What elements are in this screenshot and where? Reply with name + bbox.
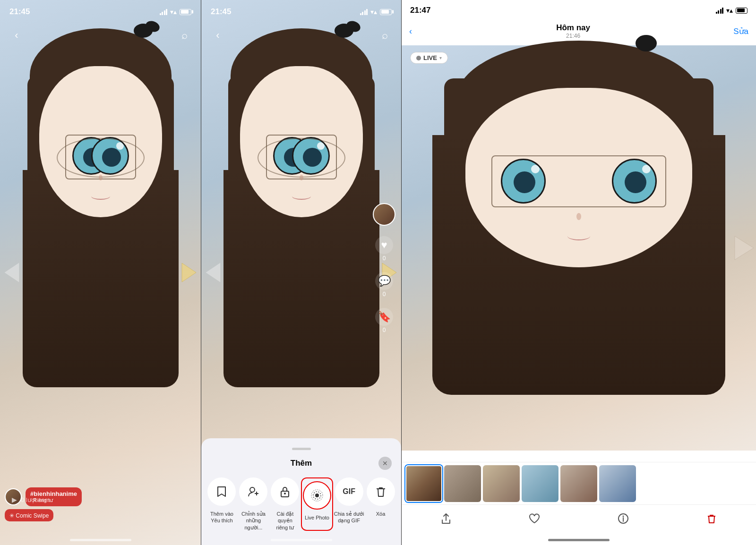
wifi-icon: ▾▴ [170,8,177,16]
favorites-icon [207,477,236,506]
sheet-items: Thêm vàoYêu thích Chỉnh sửanhững người..… [201,477,401,531]
ios-nav-subtitle: 21:46 [566,33,580,39]
battery-icon [180,9,191,15]
privacy-icon [271,477,299,506]
ios-nav-bar: ‹ Hôm nay 21:46 Sửa [402,21,756,42]
photo-main-right [402,45,756,451]
favorite-button[interactable] [524,510,545,531]
next-arrow-left[interactable] [177,261,201,284]
svg-marker-0 [5,263,19,282]
middle-panel: 21:45 ▾▴ ‹ ⌕ [201,0,402,545]
favorites-label: Thêm vàoYêu thích [210,511,233,524]
privacy-label: Cài đặt quyềnriêng tư [269,511,301,531]
wifi-icon-mid: ▾▴ [370,8,377,16]
ios-signal-icon [716,7,724,14]
status-bar-left: 21:45 ▾▴ [0,0,201,24]
sheet-item-live-photo[interactable]: Live Photo [301,477,333,531]
live-text: LIVE [423,54,437,61]
delete-icon-sheet [367,477,395,506]
edit-people-label: Chỉnh sửanhững người... [238,511,269,531]
right-panel: 21:47 ▾▴ ‹ Hôm nay 21:46 Sửa [402,0,756,545]
prev-arrow-mid[interactable] [201,261,225,284]
back-button-left[interactable]: ‹ [7,26,26,45]
bookmark-icon-mid: 🔖 [375,308,393,326]
bottom-info-left: #bienhinhanime · Riêng tư ✳ Comic Swipe … [5,487,168,521]
bookmark-count: 0 [383,327,386,333]
svg-marker-2 [206,263,220,282]
thumb-2[interactable] [444,465,481,502]
thumb-4[interactable] [522,465,558,502]
gif-icon: GIF [335,477,363,506]
svg-point-9 [315,494,319,497]
svg-marker-1 [182,263,196,282]
ios-back-chevron: ‹ [409,26,412,36]
right-actions-mid: ♥ 0 💬 0 🔖 0 [373,203,395,333]
home-indicator-mid [271,539,332,541]
comment-button[interactable]: 💬 0 [375,272,393,298]
sheet-item-favorites[interactable]: Thêm vàoYêu thích [206,477,238,531]
ios-status-icons: ▾▴ [716,7,748,14]
share-icon [440,512,452,528]
like-count: 0 [383,255,386,262]
live-dot-icon [416,56,421,60]
ios-wifi-icon: ▾▴ [726,7,733,14]
thumb-6[interactable] [599,465,636,502]
next-arrow-right[interactable] [732,236,756,260]
back-button-mid[interactable]: ‹ [208,26,227,45]
play-icon: ▶ [12,496,17,503]
svg-point-4 [250,487,255,492]
tag-row: ✳ Comic Swipe [5,509,53,521]
anime-character-mid [221,28,382,387]
creator-avatar[interactable] [373,203,395,226]
live-badge[interactable]: LIVE ▾ [410,52,448,64]
signal-icon [160,9,168,15]
comment-icon-mid: 💬 [375,272,393,290]
share-button[interactable] [436,510,456,531]
edit-people-icon [239,477,267,506]
sheet-close-button[interactable]: ✕ [378,457,392,470]
tag-text: ✳ Comic Swipe [9,512,49,519]
live-chevron-icon: ▾ [439,55,442,60]
thumb-1[interactable] [405,465,442,502]
ios-edit-button[interactable]: Sửa [733,26,748,36]
thumb-5[interactable] [560,465,597,502]
ios-nav-title-block: Hôm nay 21:46 [556,23,590,39]
info-button[interactable] [613,510,634,531]
playback-row: ▶ 0 lượt xem [12,496,50,503]
thumb-3[interactable] [483,465,520,502]
sheet-item-privacy[interactable]: Cài đặt quyềnriêng tư [269,477,301,531]
like-button[interactable]: ♥ 0 [375,236,393,262]
ios-battery-icon [736,8,747,14]
sheet-handle [292,448,311,450]
bottom-sheet: Thêm ✕ Thêm vàoYêu thích [201,438,401,545]
bookmark-button[interactable]: 🔖 0 [375,308,393,333]
heart-icon-mid: ♥ [375,236,393,254]
status-icons-left: ▾▴ [160,8,192,16]
anime-character-right [418,41,739,395]
svg-marker-12 [735,236,754,260]
sheet-item-edit-people[interactable]: Chỉnh sửanhững người... [238,477,269,531]
status-icons-mid: ▾▴ [360,8,392,16]
sheet-item-delete[interactable]: Xóa [365,477,396,531]
delete-button[interactable] [701,510,722,531]
search-button-left[interactable]: ⌕ [175,26,194,45]
live-photo-icon [303,481,331,510]
prev-arrow-left[interactable] [0,261,24,284]
svg-point-8 [284,493,286,494]
status-bar-mid: 21:45 ▾▴ [201,0,401,24]
anime-character [20,28,181,387]
ios-time: 21:47 [410,6,430,15]
ios-back-button[interactable]: ‹ [409,26,413,36]
time-mid: 21:45 [211,7,231,17]
time-left: 21:45 [9,7,30,17]
sheet-item-gif[interactable]: GIF Chia sẻ dướidạng GIF [333,477,365,531]
battery-icon-mid [380,9,392,15]
left-panel: 21:45 ▾▴ ‹ ⌕ [0,0,201,545]
svg-point-15 [622,516,624,517]
ios-nav-title: Hôm nay [556,23,590,33]
info-icon [617,512,629,528]
comment-count: 0 [383,291,386,298]
search-button-mid[interactable]: ⌕ [375,26,394,45]
thumbnail-strip [402,462,756,504]
ios-status-bar: 21:47 ▾▴ [402,0,756,21]
